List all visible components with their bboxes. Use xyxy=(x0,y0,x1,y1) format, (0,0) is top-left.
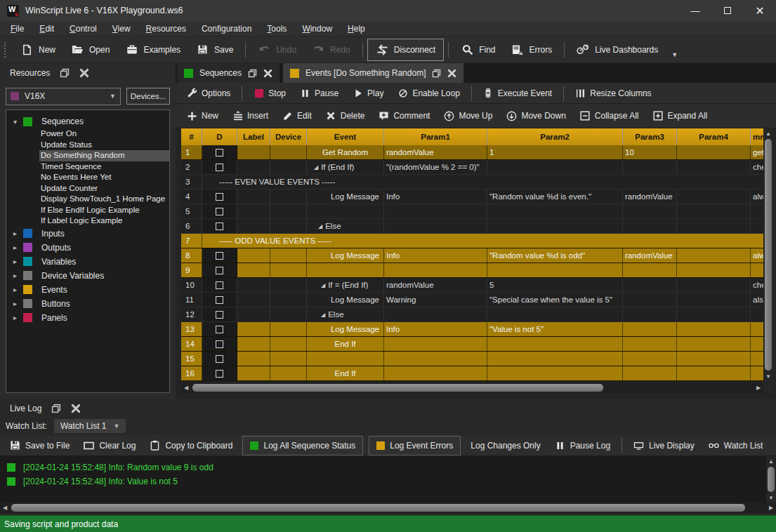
menu-control[interactable]: Control xyxy=(62,22,105,35)
tab-sequences[interactable]: Sequences xyxy=(177,63,280,83)
collapse-group-icon[interactable]: ◢ xyxy=(321,282,325,288)
column-header-param4[interactable]: Param4 xyxy=(677,128,751,145)
column-header-event[interactable]: Event xyxy=(307,128,384,145)
row-checkbox[interactable] xyxy=(216,281,223,289)
log-vertical-scrollbar[interactable]: ▲ ▼ xyxy=(766,456,776,503)
table-row-5[interactable]: 5 xyxy=(181,204,763,219)
live-dashboards-button[interactable]: Live Dashboards▼ xyxy=(569,39,685,60)
tree-item-if-label-logic-example[interactable]: If Label Logic Example xyxy=(39,215,169,227)
options-button[interactable]: Options xyxy=(180,88,237,98)
menu-resources[interactable]: Resources xyxy=(138,22,194,35)
expand-arrow-icon[interactable]: ▸ xyxy=(13,230,22,237)
clear-log-button[interactable]: Clear Log xyxy=(77,436,143,455)
device-dropdown[interactable]: V16X ▼ xyxy=(6,88,121,105)
scroll-down-arrow[interactable]: ▼ xyxy=(763,371,773,381)
row-checkbox[interactable] xyxy=(216,193,223,201)
tree-item-update-counter[interactable]: Update Counter xyxy=(39,183,169,194)
expand-arrow-icon[interactable]: ▸ xyxy=(13,272,22,279)
row-checkbox[interactable] xyxy=(216,340,223,348)
examples-button[interactable]: Examples xyxy=(117,39,188,60)
log-horizontal-scrollbar[interactable]: ◀ ▶ xyxy=(0,503,776,513)
maximize-button[interactable] xyxy=(711,0,744,21)
delete-button[interactable]: Delete xyxy=(319,111,372,121)
table-row-8[interactable]: 8Log MessageInfo"Random value %d is odd"… xyxy=(181,248,763,263)
new-button[interactable]: New xyxy=(13,39,63,60)
devices-button[interactable]: Devices... xyxy=(126,88,170,105)
tree-item-timed-sequence[interactable]: Timed Sequence xyxy=(39,161,169,173)
row-checkbox[interactable] xyxy=(216,222,223,230)
tree-category-sequences[interactable]: ▾Sequences xyxy=(6,114,169,128)
minimize-button[interactable]: — xyxy=(679,0,711,21)
tab-events-do-something-random[interactable]: Events [Do Something Random] xyxy=(283,63,463,83)
column-header-d[interactable]: D xyxy=(202,128,237,145)
table-row-16[interactable]: 16End If xyxy=(181,366,763,381)
table-row-9[interactable]: 9 xyxy=(181,263,763,278)
table-horizontal-scrollbar[interactable]: ◀ ▶ xyxy=(181,383,763,393)
stop-button[interactable]: Stop xyxy=(246,88,293,98)
menu-edit[interactable]: Edit xyxy=(32,22,62,35)
expand-arrow-icon[interactable]: ▸ xyxy=(13,258,22,265)
table-row-12[interactable]: 12◢Else xyxy=(181,307,763,322)
row-checkbox[interactable] xyxy=(216,252,223,260)
tree-item-if-else-endif-logic-example[interactable]: If Else EndIf Logic Example xyxy=(39,205,169,216)
tree-category-variables[interactable]: ▸Variables xyxy=(6,255,169,269)
menu-configuration[interactable]: Configuration xyxy=(194,22,259,35)
expand-arrow-icon[interactable]: ▸ xyxy=(13,286,22,293)
column-header-mm[interactable]: mm xyxy=(751,128,763,145)
copy-to-clipboard-button[interactable]: Copy to Clipboard xyxy=(143,436,239,455)
tree-item-update-status[interactable]: Update Status xyxy=(39,140,169,151)
pause-log-button[interactable]: Pause Log xyxy=(548,436,617,455)
table-row-1[interactable]: 1Get RandomrandomValue110get. xyxy=(181,145,763,160)
watch-list-dropdown[interactable]: Watch List 1 ▼ xyxy=(54,419,126,433)
row-checkbox[interactable] xyxy=(216,311,223,319)
pause-button[interactable]: Pause xyxy=(293,88,346,98)
table-row-4[interactable]: 4Log MessageInfo"Random value %d is even… xyxy=(181,189,763,204)
close-panel-icon[interactable] xyxy=(79,68,89,78)
expand-arrow-icon[interactable]: ▸ xyxy=(13,300,22,307)
table-row-10[interactable]: 10◢If = (End If)randomValue5che. xyxy=(181,278,763,293)
column-header-device[interactable]: Device xyxy=(270,128,307,145)
log-all-sequence-status-button[interactable]: Log All Sequence Status xyxy=(242,436,363,455)
tree-item-do-something-random[interactable]: Do Something Random xyxy=(39,150,169,161)
menu-view[interactable]: View xyxy=(105,22,138,35)
close-button[interactable]: ✕ xyxy=(744,0,776,21)
play-button[interactable]: Play xyxy=(346,88,390,98)
collapse-group-icon[interactable]: ◢ xyxy=(314,164,318,171)
expand-arrow-icon[interactable]: ▸ xyxy=(13,314,22,321)
float-panel-icon[interactable] xyxy=(51,404,61,413)
row-checkbox[interactable] xyxy=(216,326,223,333)
table-row-15[interactable]: 15 xyxy=(181,352,763,366)
table-row-11[interactable]: 11Log MessageWarning"Special case when t… xyxy=(181,293,763,307)
column-header-param2[interactable]: Param2 xyxy=(487,128,623,145)
watch-list-button[interactable]: Watch List xyxy=(702,436,770,455)
scroll-left-arrow[interactable]: ◀ xyxy=(181,385,191,391)
row-checkbox[interactable] xyxy=(216,164,223,171)
execute-event-button[interactable]: Execute Event xyxy=(476,88,559,98)
column-header-param1[interactable]: Param1 xyxy=(384,128,487,145)
column-header-label[interactable]: Label xyxy=(237,128,270,145)
tree-category-buttons[interactable]: ▸Buttons xyxy=(6,297,169,311)
collapse-group-icon[interactable]: ◢ xyxy=(321,312,325,318)
menu-help[interactable]: Help xyxy=(340,22,373,35)
menu-tools[interactable]: Tools xyxy=(259,22,294,35)
menu-window[interactable]: Window xyxy=(294,22,340,35)
errors-button[interactable]: Errors xyxy=(504,39,560,60)
row-checkbox[interactable] xyxy=(216,355,223,363)
float-panel-icon[interactable] xyxy=(60,68,70,78)
save-to-file-button[interactable]: Save to File xyxy=(3,436,77,455)
redo-button[interactable]: Redo xyxy=(304,39,358,60)
save-button[interactable]: Save xyxy=(188,39,241,60)
live-display-button[interactable]: Live Display xyxy=(626,436,702,455)
scroll-right-arrow[interactable]: ▶ xyxy=(754,385,763,391)
close-tab-icon[interactable] xyxy=(447,69,456,78)
tree-category-outputs[interactable]: ▸Outputs xyxy=(6,241,169,255)
table-row-6[interactable]: 6◢Else xyxy=(181,219,763,234)
vertical-scroll-thumb[interactable] xyxy=(768,467,775,492)
collapse-all-button[interactable]: Collapse All xyxy=(573,111,646,121)
tree-category-events[interactable]: ▸Events xyxy=(6,283,169,297)
column-header-param3[interactable]: Param3 xyxy=(623,128,677,145)
collapse-group-icon[interactable]: ◢ xyxy=(318,223,322,230)
collapse-arrow-icon[interactable]: ▾ xyxy=(13,118,22,126)
horizontal-scroll-thumb[interactable] xyxy=(192,384,603,392)
horizontal-scroll-thumb[interactable] xyxy=(11,504,745,512)
